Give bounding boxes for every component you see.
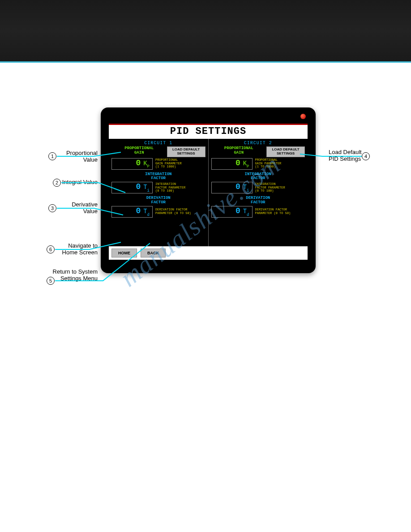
top-banner <box>0 0 411 63</box>
derivation-desc-c1: DERIVATION FACTORPARAMETER (0 TO 50) <box>155 208 191 215</box>
callout-5-num: 5 <box>47 277 55 285</box>
content-area: manualshive.com PID SETTINGS CIRCUIT 1 P… <box>0 63 411 532</box>
callout-4-num: 4 <box>362 152 370 160</box>
nav-footer: HOME BACK <box>109 246 308 260</box>
callout-2-num: 2 <box>53 179 61 187</box>
integration-factor-label-c1: INTEGRATIONFACTOR <box>111 172 206 181</box>
screen-title: PID SETTINGS <box>109 124 308 139</box>
proportional-value-c1[interactable]: 0 KP <box>111 158 153 170</box>
integration-desc-c1: INTEGRATIONFACTOR PARAMETER(0 TO 100) <box>155 183 185 193</box>
callout-3-num: 3 <box>48 204 56 212</box>
derivation-desc-c2: DERIVATION FACTORPARAMETER (0 TO 50) <box>255 208 291 215</box>
derivation-value-c2[interactable]: 0 Td <box>211 206 253 218</box>
circuits-panel: CIRCUIT 1 PROPORTIONALGAIN LOAD DEFAULTS… <box>109 139 308 246</box>
callout-6-num: 6 <box>47 245 55 253</box>
circuit-1-header: CIRCUIT 1 <box>111 141 206 146</box>
proportional-desc-c1: PROPORTIONALGAIN PARAMETER(1 TO 1000) <box>155 159 182 169</box>
derivation-factor-label-c1: DERIVATIONFACTOR <box>111 196 206 205</box>
home-button[interactable]: HOME <box>111 249 137 257</box>
load-default-button-c1[interactable]: LOAD DEFAULTSETTINGS <box>167 146 206 157</box>
hmi-screen: PID SETTINGS CIRCUIT 1 PROPORTIONALGAIN … <box>109 124 308 260</box>
back-button[interactable]: BACK <box>141 249 166 257</box>
proportional-desc-c2: PROPORTIONALGAIN PARAMETER(1 TO 1000) <box>255 159 282 169</box>
power-led-icon <box>300 114 306 119</box>
integration-value-c2[interactable]: 0 Ti <box>211 182 253 193</box>
proportional-value-c2[interactable]: 0 KP <box>211 158 253 170</box>
derivation-value-c1[interactable]: 0 Td <box>111 206 153 218</box>
circuit-2-header: CIRCUIT 2 <box>211 141 305 146</box>
circuit-1: CIRCUIT 1 PROPORTIONALGAIN LOAD DEFAULTS… <box>109 139 208 246</box>
callout-4: Load DefaultPID Settings <box>327 149 362 163</box>
proportional-gain-label-c2: PROPORTIONALGAIN <box>211 146 267 155</box>
proportional-gain-label: PROPORTIONALGAIN <box>111 146 167 155</box>
load-default-button-c2[interactable]: LOAD DEFAULTSETTINGS <box>266 146 305 157</box>
derivation-factor-label-c2: DERIVATIONFACTOR <box>211 196 305 205</box>
callout-1-num: 1 <box>48 152 56 160</box>
integration-desc-c2: INTEGRATIONFACTOR PARAMETER(0 TO 100) <box>255 183 285 193</box>
circuit-2: CIRCUIT 2 PROPORTIONALGAIN LOAD DEFAULTS… <box>208 139 308 246</box>
hmi-monitor: PID SETTINGS CIRCUIT 1 PROPORTIONALGAIN … <box>101 107 316 273</box>
integration-factor-label-c2: INTEGRATIONFACTOR <box>211 172 305 181</box>
integration-value-c1[interactable]: 0 Ti <box>111 182 153 193</box>
